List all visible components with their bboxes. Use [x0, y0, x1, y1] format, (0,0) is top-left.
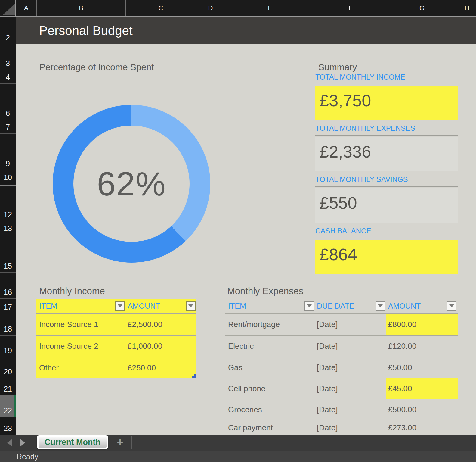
table-resize-handle[interactable]	[192, 374, 196, 378]
expense-amount-cell[interactable]: £50.00	[388, 357, 412, 378]
workbook-title: Personal Budget	[39, 17, 133, 44]
expense-due-cell[interactable]: [Date]	[317, 420, 338, 435]
expenses-header-amount: AMOUNT	[388, 299, 421, 313]
expense-item-cell[interactable]: Rent/mortgage	[228, 314, 280, 335]
select-all-corner[interactable]	[0, 0, 16, 16]
summary-value-cell-expenses[interactable]: £2,336	[315, 137, 458, 171]
excel-window: A B C D E F G H 2 3 4 6 7 9 10 12 13 15 …	[0, 0, 476, 462]
row-header-19[interactable]: 19	[0, 336, 16, 357]
row-header-6[interactable]: 6	[0, 85, 16, 120]
summary-item-cash-balance: CASH BALANCE £864	[315, 227, 458, 274]
income-row-1[interactable]: Income Source 1 £2,500.00	[36, 314, 196, 336]
income-item-cell[interactable]: Income Source 1	[39, 314, 98, 335]
column-header-h[interactable]: H	[458, 0, 476, 16]
expense-row-groceries[interactable]: Groceries [Date] £500.00	[225, 399, 458, 420]
column-header-strip: A B C D E F G H	[0, 0, 476, 17]
expense-amount-cell[interactable]: £500.00	[388, 399, 416, 420]
expense-amount-cell[interactable]: £120.00	[388, 336, 416, 357]
expense-item-cell[interactable]: Gas	[228, 357, 243, 378]
add-sheet-button[interactable]: +	[114, 435, 126, 451]
income-item-filter-dropdown[interactable]	[115, 301, 125, 311]
dropdown-arrow-icon	[188, 304, 193, 307]
expense-due-cell[interactable]: [Date]	[317, 378, 338, 399]
summary-value-cell-savings[interactable]: £550	[315, 188, 458, 223]
summary-label-expenses: TOTAL MONTHLY EXPENSES	[315, 124, 458, 136]
row-header-22-label: 22	[4, 406, 12, 415]
column-header-c[interactable]: C	[126, 0, 196, 16]
expenses-due-date-filter-dropdown[interactable]	[376, 301, 385, 311]
expense-row-cell-phone[interactable]: Cell phone [Date] £45.00	[225, 378, 458, 399]
row-header-10[interactable]: 10	[0, 170, 16, 184]
summary-value-cell-cash-balance[interactable]: £864	[315, 240, 458, 274]
summary-value-income: £3,750	[315, 86, 458, 110]
income-item-cell[interactable]: Other	[39, 357, 59, 378]
income-row-2[interactable]: Income Source 2 £1,000.00	[36, 336, 196, 357]
row-header-18[interactable]: 18	[0, 314, 16, 336]
income-amount-cell[interactable]: £1,000.00	[128, 336, 162, 357]
prev-sheet-arrow-icon[interactable]	[7, 439, 12, 446]
expense-due-cell[interactable]: [Date]	[317, 314, 338, 335]
row-header-7[interactable]: 7	[0, 120, 16, 134]
expense-due-cell[interactable]: [Date]	[317, 399, 338, 420]
status-ready-text: Ready	[17, 451, 38, 462]
column-header-g[interactable]: G	[386, 0, 458, 16]
income-row-3[interactable]: Other £250.00	[36, 357, 196, 378]
income-amount-cell[interactable]: £2,500.00	[128, 314, 162, 335]
row-header-12[interactable]: 12	[0, 185, 16, 221]
row-header-9[interactable]: 9	[0, 135, 16, 170]
row-header-22-selected[interactable]: 22	[0, 395, 16, 417]
summary-value-cash-balance: £864	[315, 240, 458, 264]
expense-item-cell[interactable]: Electric	[228, 336, 254, 357]
donut-hole: 62%	[73, 126, 190, 242]
expense-item-cell[interactable]: Cell phone	[228, 378, 265, 399]
income-table-title: Monthly Income	[39, 286, 105, 297]
row-header-16[interactable]: 16	[0, 273, 16, 299]
column-header-f[interactable]: F	[315, 0, 386, 16]
summary-value-cell-income[interactable]: £3,750	[315, 86, 458, 120]
column-header-a[interactable]: A	[16, 0, 37, 16]
income-spent-donut[interactable]: 62%	[53, 105, 210, 263]
tab-bar-divider	[131, 436, 132, 449]
sheet-tab-current-month[interactable]: Current Month	[37, 435, 108, 449]
expense-row-rent[interactable]: Rent/mortgage [Date] £800.00	[225, 314, 458, 336]
column-header-d[interactable]: D	[196, 0, 225, 16]
column-header-e[interactable]: E	[225, 0, 315, 16]
expense-amount-cell[interactable]: £800.00	[388, 314, 416, 335]
expense-amount-cell[interactable]: £45.00	[388, 378, 412, 399]
summary-label-cash-balance: CASH BALANCE	[315, 227, 458, 238]
row-header-21[interactable]: 21	[0, 378, 16, 395]
expense-row-electric[interactable]: Electric [Date] £120.00	[225, 336, 458, 357]
next-sheet-arrow-icon[interactable]	[20, 439, 25, 446]
dropdown-arrow-icon	[307, 304, 312, 307]
expense-due-cell[interactable]: [Date]	[317, 336, 338, 357]
row-header-13[interactable]: 13	[0, 221, 16, 235]
expense-item-cell[interactable]: Groceries	[228, 399, 262, 420]
column-header-b[interactable]: B	[37, 0, 126, 16]
row-header-2[interactable]: 2	[0, 17, 16, 44]
row-header-15[interactable]: 15	[0, 236, 16, 273]
row-header-strip: 2 3 4 6 7 9 10 12 13 15 16 17 18 19 20 2…	[0, 17, 16, 435]
income-amount-cell[interactable]: £250.00	[128, 357, 156, 378]
expenses-item-filter-dropdown[interactable]	[304, 301, 314, 311]
income-amount-filter-dropdown[interactable]	[186, 301, 196, 311]
expense-row-car-payment[interactable]: Car payment [Date] £273.00	[225, 420, 458, 435]
income-header-item: ITEM	[39, 299, 57, 313]
row-header-3[interactable]: 3	[0, 44, 16, 70]
summary-label-savings: TOTAL MONTHLY SAVINGS	[315, 175, 458, 187]
expenses-amount-filter-dropdown[interactable]	[447, 301, 456, 311]
summary-value-expenses: £2,336	[315, 137, 458, 161]
expenses-table-title: Monthly Expenses	[227, 286, 303, 297]
income-header-amount: AMOUNT	[128, 299, 160, 313]
row-header-23[interactable]: 23	[0, 417, 16, 435]
income-item-cell[interactable]: Income Source 2	[39, 336, 98, 357]
row-header-20[interactable]: 20	[0, 357, 16, 378]
row-header-17[interactable]: 17	[0, 299, 16, 314]
summary-item-income: TOTAL MONTHLY INCOME £3,750	[315, 73, 458, 120]
expense-amount-cell[interactable]: £273.00	[388, 420, 416, 435]
row-header-4[interactable]: 4	[0, 70, 16, 84]
expense-due-cell[interactable]: [Date]	[317, 357, 338, 378]
expense-item-cell[interactable]: Car payment	[228, 420, 273, 435]
title-banner-cell[interactable]: Personal Budget	[16, 17, 476, 44]
expenses-table: ITEM DUE DATE AMOUNT Rent/mortgage [Date…	[225, 299, 458, 435]
expense-row-gas[interactable]: Gas [Date] £50.00	[225, 357, 458, 378]
